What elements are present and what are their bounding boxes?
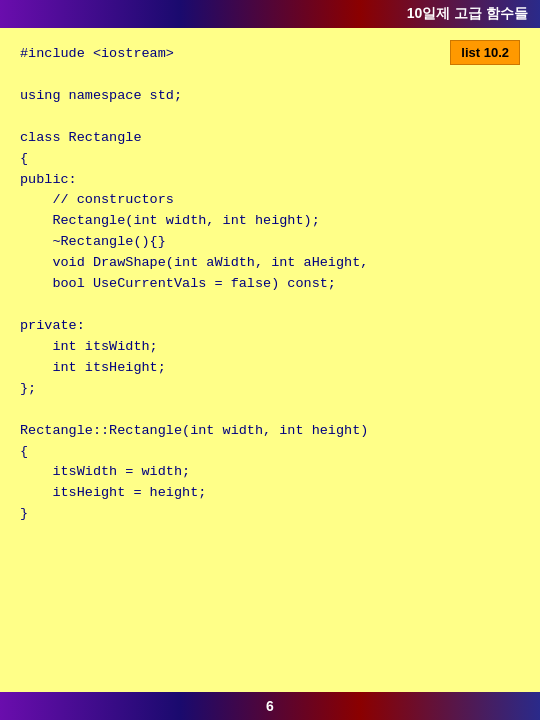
top-bar: 10일제 고급 함수들 [0, 0, 540, 28]
list-badge: list 10.2 [450, 40, 520, 65]
main-content: list 10.2 #include <iostream> using name… [0, 28, 540, 692]
bottom-bar: 6 [0, 692, 540, 720]
code-block: #include <iostream> using namespace std;… [20, 44, 520, 525]
page-number: 6 [266, 698, 274, 714]
top-bar-title: 10일제 고급 함수들 [407, 5, 528, 23]
